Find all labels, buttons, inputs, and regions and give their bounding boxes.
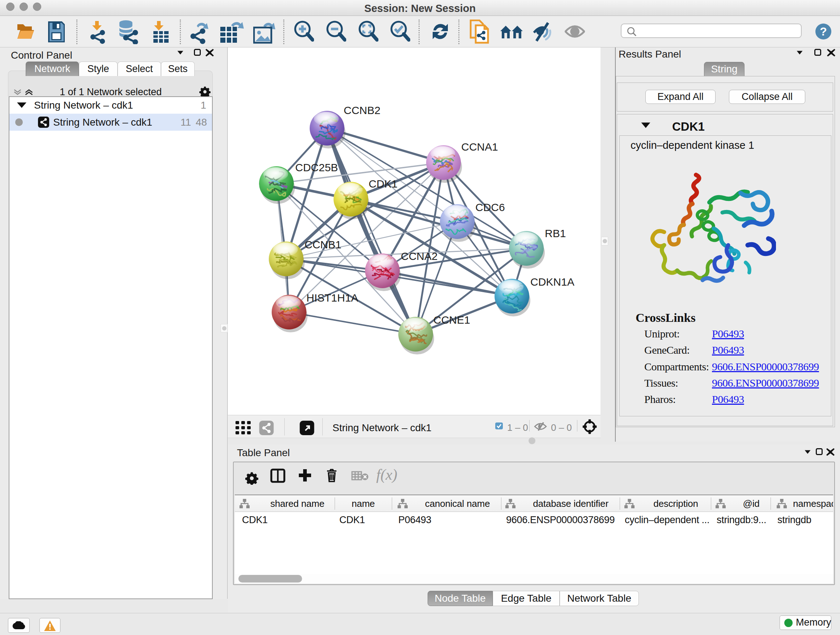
svg-text:RB1: RB1 bbox=[545, 227, 566, 239]
svg-text:CCNE1: CCNE1 bbox=[433, 314, 470, 326]
svg-text:CDC6: CDC6 bbox=[475, 201, 505, 213]
svg-text:CCNB1: CCNB1 bbox=[305, 239, 341, 250]
svg-text:HIST1H1A: HIST1H1A bbox=[306, 292, 358, 304]
svg-text:CDK1: CDK1 bbox=[369, 178, 398, 190]
svg-text:CDC25B: CDC25B bbox=[295, 162, 338, 173]
svg-text:?: ? bbox=[820, 25, 827, 38]
svg-text:CCNB2: CCNB2 bbox=[344, 104, 381, 116]
svg-text:CCNA1: CCNA1 bbox=[461, 141, 498, 153]
svg-text:CDKN1A: CDKN1A bbox=[531, 276, 575, 288]
svg-text:CCNA2: CCNA2 bbox=[401, 250, 438, 262]
